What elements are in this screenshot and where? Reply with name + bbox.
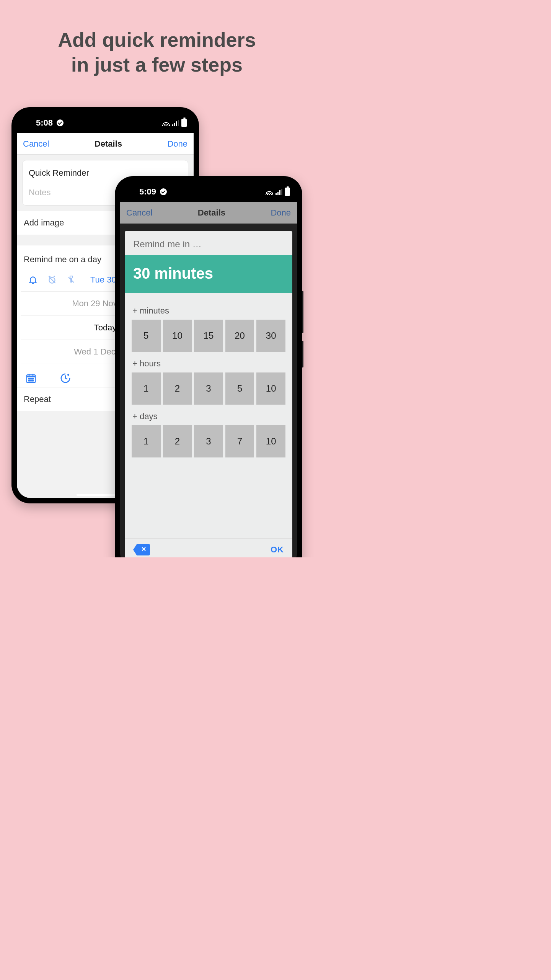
promo-line1: Add quick reminders	[0, 28, 314, 52]
side-button	[302, 341, 303, 368]
duration-chip[interactable]: 20	[225, 320, 254, 352]
side-button	[302, 291, 303, 333]
duration-chip[interactable]: 3	[194, 425, 223, 457]
svg-point-7	[33, 380, 34, 381]
battery-icon	[285, 188, 290, 196]
duration-chip[interactable]: 15	[194, 320, 223, 352]
status-time: 5:08	[36, 118, 53, 128]
flashlight-off-icon[interactable]	[66, 274, 77, 285]
backspace-icon[interactable]	[133, 544, 150, 555]
status-check-icon	[57, 119, 64, 126]
add-time-icon[interactable]	[60, 372, 71, 384]
device-frame-front: 5:09 Cancel Details Done Remind me in … …	[115, 176, 302, 557]
signal-icon	[172, 120, 179, 126]
nav-title: Details	[95, 139, 122, 149]
group-label: + days	[132, 412, 285, 421]
duration-chip[interactable]: 3	[194, 372, 223, 405]
svg-point-5	[29, 380, 30, 381]
svg-point-6	[31, 380, 32, 381]
status-check-icon	[160, 188, 167, 195]
svg-point-4	[33, 378, 34, 379]
svg-point-3	[31, 378, 32, 379]
duration-chip[interactable]: 2	[163, 372, 192, 405]
duration-chip[interactable]: 10	[163, 320, 192, 352]
wifi-icon	[162, 120, 170, 126]
done-button[interactable]: Done	[167, 139, 187, 149]
bell-icon[interactable]	[28, 274, 38, 285]
wifi-icon	[266, 189, 273, 195]
promo-headline: Add quick reminders in just a few steps	[0, 0, 314, 77]
calendar-icon[interactable]	[25, 372, 37, 384]
status-time: 5:09	[139, 187, 156, 197]
duration-chip[interactable]: 2	[163, 425, 192, 457]
status-bar: 5:09	[120, 181, 297, 202]
status-bar: 5:08	[17, 113, 194, 133]
duration-chip[interactable]: 7	[225, 425, 254, 457]
modal-header: Remind me in …	[125, 231, 292, 255]
duration-chip[interactable]: 5	[132, 320, 161, 352]
remind-in-modal: Remind me in … 30 minutes + minutes51015…	[125, 231, 292, 557]
ok-button[interactable]: OK	[271, 545, 284, 555]
duration-chip[interactable]: 1	[132, 425, 161, 457]
alarm-off-icon[interactable]	[47, 274, 57, 285]
duration-chip[interactable]: 10	[256, 425, 285, 457]
promo-line2: in just a few steps	[0, 52, 314, 77]
signal-icon	[276, 189, 282, 195]
battery-icon	[181, 119, 187, 127]
modal-selected-value: 30 minutes	[125, 255, 292, 293]
cancel-button[interactable]: Cancel	[23, 139, 49, 149]
duration-chip[interactable]: 1	[132, 372, 161, 405]
duration-chip[interactable]: 30	[256, 320, 285, 352]
group-label: + minutes	[132, 306, 285, 316]
svg-point-2	[29, 378, 30, 379]
duration-chip[interactable]: 5	[225, 372, 254, 405]
nav-bar: Cancel Details Done	[17, 133, 194, 155]
group-label: + hours	[132, 359, 285, 369]
duration-chip[interactable]: 10	[256, 372, 285, 405]
